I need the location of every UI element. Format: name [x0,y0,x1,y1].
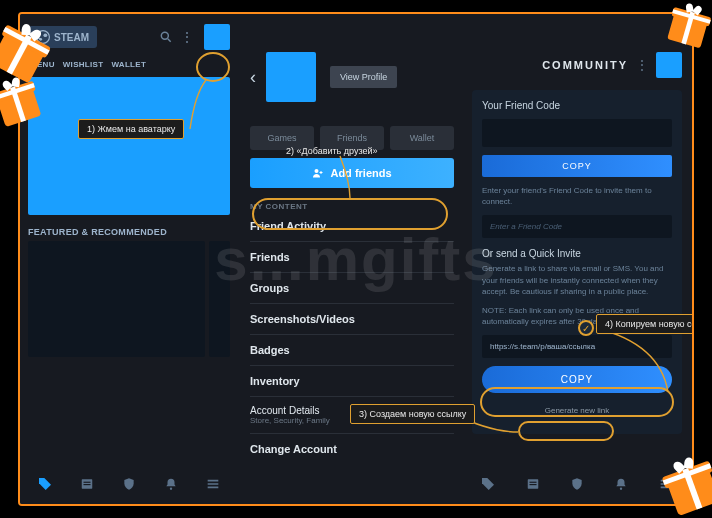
my-content-heading: MY CONTENT [250,202,454,211]
community-column: COMMUNITY ⋮ Your Friend Code COPY Enter … [462,14,692,504]
callout-2: 2) «Добавить друзей» [286,146,378,156]
svg-rect-6 [84,484,91,485]
menu-groups[interactable]: Groups [250,273,454,304]
menu-icon[interactable] [205,476,221,492]
bottom-nav [20,470,238,498]
generate-link-button[interactable]: Generate new link [533,401,621,420]
friend-code-panel: Your Friend Code COPY Enter your friend'… [472,90,682,434]
menu-friends[interactable]: Friends [250,242,454,273]
svg-point-7 [170,488,172,490]
wishlist-tab[interactable]: WISHLIST [63,60,104,69]
profile-column: ‹ View Profile Games Friends Wallet Add … [238,14,462,504]
more-icon[interactable]: ⋮ [180,29,194,45]
view-profile-button[interactable]: View Profile [330,66,397,88]
more-icon[interactable]: ⋮ [636,58,648,72]
callout-3: 3) Создаем новую ссылку [350,404,475,424]
tag-icon[interactable] [37,476,53,492]
hero-card[interactable] [28,77,230,215]
quick-invite-title: Or send a Quick Invite [482,248,672,259]
bell-icon[interactable] [163,476,179,492]
friend-code-value [482,119,672,147]
change-account[interactable]: Change Account [250,434,454,464]
friend-code-input[interactable]: Enter a Friend Code [482,215,672,238]
add-friends-label: Add friends [330,167,391,179]
profile-avatar[interactable] [266,52,316,102]
community-heading: COMMUNITY [542,59,628,71]
search-icon[interactable] [158,29,174,45]
svg-rect-5 [84,482,91,483]
featured-card[interactable] [28,241,205,357]
avatar[interactable] [656,52,682,78]
enter-desc: Enter your friend's Friend Code to invit… [482,185,672,207]
callout-1: 1) Жмем на аватарку [78,119,184,139]
shield-icon[interactable] [121,476,137,492]
svg-rect-10 [529,482,536,483]
news-icon[interactable] [79,476,95,492]
shield-icon[interactable] [569,476,585,492]
svg-point-12 [620,488,622,490]
quick-invite-desc: Generate a link to share via email or SM… [482,263,672,297]
account-details-sub: Store, Security, Family [250,416,330,425]
tab-wallet[interactable]: Wallet [390,126,454,150]
avatar[interactable] [204,24,230,50]
store-column: STEAM ⋮ MENU WISHLIST WALLET FEATURED & … [20,14,238,504]
svg-rect-11 [529,484,536,485]
menu-badges[interactable]: Badges [250,335,454,366]
wallet-tab[interactable]: WALLET [111,60,146,69]
bell-icon[interactable] [613,476,629,492]
menu-inventory[interactable]: Inventory [250,366,454,397]
copy-code-button[interactable]: COPY [482,155,672,177]
add-friend-icon [312,167,324,179]
news-icon[interactable] [525,476,541,492]
invite-url: https://s.team/p/ваша/ссылка [482,335,672,358]
menu-screenshots[interactable]: Screenshots/Videos [250,304,454,335]
steam-label: STEAM [54,32,89,43]
menu-friend-activity[interactable]: Friend Activity [250,211,454,242]
check-icon: ✓ [578,320,594,336]
svg-point-3 [161,32,168,39]
friend-code-title: Your Friend Code [482,100,672,111]
copy-link-button[interactable]: COPY [482,366,672,393]
featured-heading: FEATURED & RECOMMENDED [28,227,230,237]
featured-card[interactable] [209,241,230,357]
add-friends-button[interactable]: Add friends [250,158,454,188]
callout-4: 4) Копируем новую ссылку [596,314,694,334]
account-details-label: Account Details [250,405,330,416]
svg-point-8 [315,169,319,173]
tag-icon[interactable] [480,476,496,492]
back-icon[interactable]: ‹ [250,67,256,88]
